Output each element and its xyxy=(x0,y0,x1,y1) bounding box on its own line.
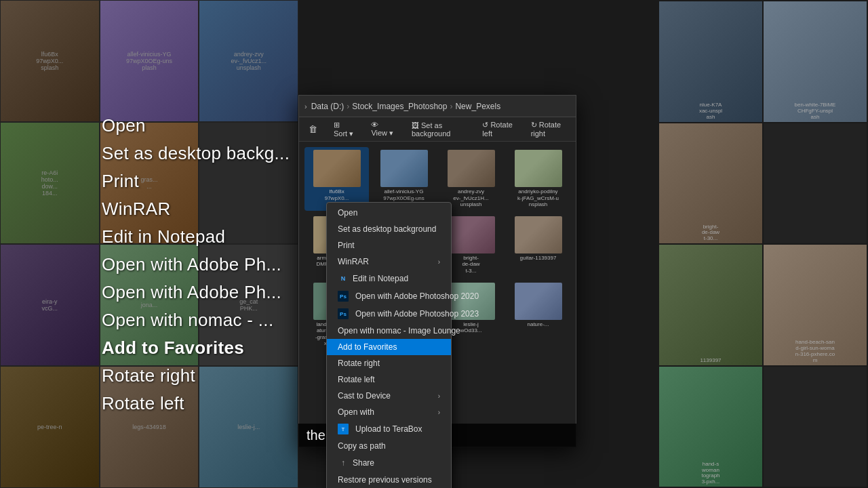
breadcrumb: Data (D:) › Stock_Images_Photoshop › New… xyxy=(311,102,500,111)
sort-label: ⊞ Sort ▾ xyxy=(334,121,355,138)
cm-notepad-label: Edit in Notepad xyxy=(353,274,408,283)
rotate-left-label: ↺ Rotate left xyxy=(482,121,514,138)
cm-add-favorites[interactable]: Add to Favorites xyxy=(327,339,451,355)
file-item-2[interactable]: allef-vinicius-YG97wpX0OEg-unsplash xyxy=(372,147,436,211)
cm-copypath-label: Copy as path xyxy=(338,441,386,451)
file-name-3: andrey-zvyev-_fvUcz1H...unsplash xyxy=(453,188,488,208)
cm-terabox-label: Upload to TeraBox xyxy=(355,424,422,434)
file-item-12[interactable]: nature-... xyxy=(506,280,570,350)
rotate-right-button[interactable]: ↻ Rotate right xyxy=(527,119,570,139)
cm-print[interactable]: Print xyxy=(327,237,451,253)
rotate-left-button[interactable]: ↺ Rotate left xyxy=(478,119,518,139)
breadcrumb-arrow: › xyxy=(304,102,307,110)
right-thumb-label-7: hand-swomantograph3-pxh... xyxy=(660,462,761,485)
right-thumb-label-1: nlue-K7Axac-unsplash xyxy=(660,102,761,120)
cm-share[interactable]: ↑ Share xyxy=(327,454,451,472)
breadcrumb-sep-1: › xyxy=(347,102,349,111)
bg-thumb-label: legs-434918 xyxy=(105,424,193,430)
cm-set-desktop[interactable]: Set as desktop background xyxy=(327,221,451,237)
view-label: 👁 View ▾ xyxy=(371,121,395,138)
view-button[interactable]: 👁 View ▾ xyxy=(367,119,399,139)
file-thumb-4 xyxy=(515,150,562,187)
file-thumb-7 xyxy=(448,216,495,253)
right-thumbnails-panel: nlue-K7Axac-unsplash ben-white-7BiMECHFg… xyxy=(658,0,868,488)
cm-openwith-label: Open with xyxy=(338,407,374,417)
cm-ps2023-label: Open with Adobe Photoshop 2023 xyxy=(355,309,479,319)
bg-rotate-left-label: Rotate left xyxy=(102,393,290,414)
cm-nomac-label: Open with nomac - Image Lounge xyxy=(338,326,460,336)
file-item-1[interactable]: Ifu6Bx97wpX0...nsplash xyxy=(304,147,369,211)
cm-ps2020-label: Open with Adobe Photoshop 2020 xyxy=(355,291,479,301)
cm-open-with[interactable]: Open with › xyxy=(327,404,451,420)
bg-favorites-label: Add to Favorites xyxy=(102,338,290,359)
file-name-7: bright-de-dawt-3... xyxy=(462,255,479,274)
cm-restore-label: Restore previous versions xyxy=(338,475,432,485)
cm-terabox[interactable]: T Upload to TeraBox xyxy=(327,420,451,438)
file-thumb-2 xyxy=(380,150,428,187)
cm-ps2020[interactable]: Ps Open with Adobe Photoshop 2020 xyxy=(327,287,451,305)
cm-rotate-left[interactable]: Rotate left xyxy=(327,371,451,388)
bg-thumb-label: pe-tree-n xyxy=(5,424,94,430)
file-item-4[interactable]: andriyko-podilnyk-jFAG_wCrsM-unsplash xyxy=(506,147,570,211)
cm-winrar[interactable]: WinRAR › xyxy=(327,253,451,270)
cm-open[interactable]: Open xyxy=(327,205,451,221)
cm-cast-arrow: › xyxy=(438,392,440,400)
context-menu: Open Set as desktop background Print Win… xyxy=(326,202,452,488)
bg-thumb-label: re-A6ihoto...dow...184... xyxy=(5,169,94,197)
bg-open-label: Open xyxy=(102,115,290,136)
bg-desktop-label: Set as desktop backg... xyxy=(102,143,290,164)
cm-rotate-right-label: Rotate right xyxy=(338,359,380,368)
file-item-3[interactable]: andrey-zvyev-_fvUcz1H...unsplash xyxy=(439,147,503,211)
cm-set-desktop-label: Set as desktop background xyxy=(338,224,436,234)
cm-cast[interactable]: Cast to Device › xyxy=(327,388,451,404)
cm-openwith-arrow: › xyxy=(438,409,440,416)
delete-icon: 🗑 xyxy=(309,124,317,134)
sort-button[interactable]: ⊞ Sort ▾ xyxy=(330,119,359,140)
explorer-titlebar: › Data (D:) › Stock_Images_Photoshop › N… xyxy=(299,96,576,117)
cm-open-label: Open xyxy=(338,208,357,218)
cm-notepad[interactable]: N Edit in Notepad xyxy=(327,270,451,287)
file-thumb-12 xyxy=(515,283,562,320)
bg-winrar-label: WinRAR xyxy=(102,199,290,220)
breadcrumb-stock[interactable]: Stock_Images_Photoshop xyxy=(352,102,447,111)
bg-thumb-label: eira-yvcG... xyxy=(5,298,94,312)
file-item-8[interactable]: guitar-1139397 xyxy=(506,214,570,277)
bg-nomac-label: Open with nomac - ... xyxy=(102,310,290,331)
cm-restore-versions[interactable]: Restore previous versions xyxy=(327,472,451,488)
delete-button[interactable]: 🗑 xyxy=(304,123,321,136)
explorer-toolbar: 🗑 ⊞ Sort ▾ 👁 View ▾ 🖼 Set as background … xyxy=(299,117,576,142)
bg-thumb-label: leslie-j... xyxy=(205,424,293,430)
breadcrumb-data-d[interactable]: Data (D:) xyxy=(311,102,344,111)
cm-rotate-left-label: Rotate left xyxy=(338,375,375,384)
bg-menu-overlay: Open Set as desktop backg... Print WinRA… xyxy=(102,115,290,414)
set-background-button[interactable]: 🖼 Set as background xyxy=(408,120,470,139)
cm-ps2023[interactable]: Ps Open with Adobe Photoshop 2023 xyxy=(327,305,451,323)
cm-winrar-arrow: › xyxy=(438,258,440,266)
file-name-11: leslie-jwOd33... xyxy=(460,321,481,334)
cm-nomac[interactable]: Open with nomac - Image Lounge xyxy=(327,323,451,339)
ps2023-icon: Ps xyxy=(338,308,349,319)
bg-notepad-label: Edit in Notepad xyxy=(102,226,290,247)
ps2020-icon: Ps xyxy=(338,291,349,302)
cm-copy-path[interactable]: Copy as path xyxy=(327,438,451,454)
terabox-icon: T xyxy=(338,424,349,434)
cm-share-label: Share xyxy=(353,458,374,468)
cm-rotate-right[interactable]: Rotate right xyxy=(327,355,451,371)
file-thumb-3 xyxy=(448,150,495,187)
breadcrumb-sep-2: › xyxy=(450,102,452,111)
bg-rotate-right-label: Rotate right xyxy=(102,365,290,386)
file-thumb-1 xyxy=(313,150,361,187)
file-name-8: guitar-1139397 xyxy=(520,255,557,262)
bg-thumb-label: andrey-zvyev-_fvUcz1...unsplash xyxy=(205,51,293,71)
bg-print-label: Print xyxy=(102,171,290,192)
rotate-right-label: ↻ Rotate right xyxy=(531,121,566,138)
breadcrumb-newpexels[interactable]: New_Pexels xyxy=(455,102,500,111)
bg-thumb-label: allef-vinicius-YG97wpX0OEg-unsplash xyxy=(105,51,193,71)
right-thumb-label-3: bright-de-dawt-30... xyxy=(660,224,761,242)
cm-cast-label: Cast to Device xyxy=(338,391,391,401)
bg-thumb-label: lfu6Bx97wpX0...splash xyxy=(5,51,94,71)
file-name-12: nature-... xyxy=(527,321,549,328)
file-name-4: andriyko-podilnyk-jFAG_wCrsM-unsplash xyxy=(517,188,559,208)
right-thumb-label-2: ben-white-7BiMECHFgFY-unsplash xyxy=(765,102,865,120)
set-bg-label: 🖼 Set as background xyxy=(412,121,466,138)
